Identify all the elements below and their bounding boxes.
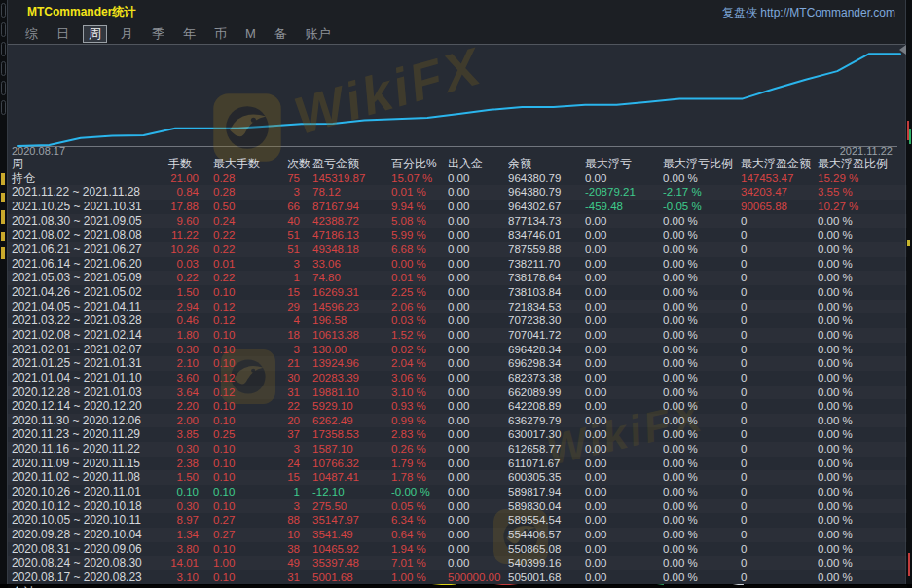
table-cell: 3541.49 xyxy=(312,528,391,542)
column-header[interactable]: 盈亏金额 xyxy=(312,157,391,171)
table-cell: 0.00 xyxy=(585,214,663,229)
table-cell: 0 xyxy=(741,257,818,272)
table-row[interactable]: 2021.11.22 ~ 2021.11.280.840.28378.120.0… xyxy=(8,185,907,200)
table-row[interactable]: 2020.11.02 ~ 2020.11.081.500.101510487.4… xyxy=(8,470,907,485)
table-cell: 2.25 % xyxy=(391,285,448,300)
table-cell: 0.30 xyxy=(166,343,213,357)
column-header[interactable]: 最大手数 xyxy=(213,157,285,171)
column-header[interactable]: 最大浮盈比例 xyxy=(818,157,907,171)
table-cell: 2020.10.12 ~ 2020.10.18 xyxy=(8,499,166,514)
table-cell: 0.00 xyxy=(585,513,663,528)
table-cell: 834746.01 xyxy=(508,228,585,242)
table-cell: 0.03 xyxy=(166,257,213,272)
menu-item-月[interactable]: 月 xyxy=(116,26,138,42)
table-cell: 0.10 xyxy=(213,399,285,414)
menu-item-综[interactable]: 综 xyxy=(20,26,43,42)
table-cell: 35397.48 xyxy=(312,556,391,570)
table-row[interactable]: 2020.11.23 ~ 2020.11.293.850.253717358.5… xyxy=(8,427,907,442)
table-cell: 0.10 xyxy=(213,356,285,371)
table-row[interactable]: 2021.08.30 ~ 2021.09.059.600.244042388.7… xyxy=(8,214,907,229)
table-cell: 4 xyxy=(285,313,312,328)
table-cell: 2.00 xyxy=(166,414,213,428)
table-cell: 0.00 % xyxy=(818,300,907,314)
column-header[interactable]: 最大浮盈金额 xyxy=(741,157,818,171)
table-cell: 0 xyxy=(741,457,818,471)
table-cell: 0.00 xyxy=(448,513,508,528)
table-cell: 0.00 xyxy=(585,242,663,257)
table-row[interactable]: 2020.08.17 ~ 2020.08.233.100.10315001.68… xyxy=(8,570,907,585)
table-row[interactable]: 2020.11.16 ~ 2020.11.220.300.1031587.100… xyxy=(8,442,907,457)
table-cell: 0.00 % xyxy=(663,399,741,414)
table-row[interactable]: 2021.10.25 ~ 2021.10.3117.880.506687167.… xyxy=(8,200,907,214)
table-cell: 0.93 % xyxy=(391,399,448,414)
table-row[interactable]: 2021.06.14 ~ 2021.06.200.030.01333.060.0… xyxy=(8,257,907,272)
table-row[interactable]: 2021.06.21 ~ 2021.06.2710.260.225149348.… xyxy=(8,242,907,257)
menu-item-备[interactable]: 备 xyxy=(270,26,292,42)
table-row[interactable]: 持仓21.000.2875145319.8715.07 %0.00964380.… xyxy=(8,171,907,186)
table-row[interactable]: 2021.03.22 ~ 2021.03.280.460.124196.580.… xyxy=(8,313,907,328)
table-row[interactable]: 2021.01.04 ~ 2021.01.103.600.123020283.3… xyxy=(8,371,907,386)
table-cell: 5.08 % xyxy=(391,214,448,229)
menu-item-日[interactable]: 日 xyxy=(52,26,74,42)
table-row[interactable]: 2020.11.30 ~ 2020.12.062.000.10206262.49… xyxy=(8,414,907,428)
table-row[interactable]: 2020.11.09 ~ 2020.11.152.380.102410766.3… xyxy=(8,457,907,471)
table-cell: 0.00 % xyxy=(663,214,741,229)
table-cell: 2021.02.01 ~ 2021.02.07 xyxy=(8,343,166,357)
brand-link[interactable]: 复盘侠 http://MTCommander.com xyxy=(722,5,895,21)
table-row[interactable]: 2021.01.25 ~ 2021.01.312.100.102113924.9… xyxy=(8,356,907,371)
menu-item-币[interactable]: 币 xyxy=(209,26,232,42)
table-row[interactable]: 2020.08.31 ~ 2020.09.063.800.103810465.9… xyxy=(8,542,907,557)
table-cell: 0.00 xyxy=(448,528,508,542)
table-cell: 0.00 xyxy=(448,356,508,371)
table-cell: 42388.72 xyxy=(312,214,391,229)
menu-item-周[interactable]: 周 xyxy=(83,25,107,43)
table-row[interactable]: 2021.04.26 ~ 2021.05.021.500.101516269.3… xyxy=(8,285,907,300)
table-row[interactable]: 2020.08.24 ~ 2020.08.3014.011.004935397.… xyxy=(8,556,907,570)
table-cell: 0.10 xyxy=(213,442,285,457)
table-row[interactable]: 2021.05.03 ~ 2021.05.090.220.22174.800.0… xyxy=(8,271,907,285)
table-cell: 3 xyxy=(285,343,312,357)
table-cell: 2020.11.09 ~ 2020.11.15 xyxy=(8,457,166,471)
table-cell: 2.83 % xyxy=(391,427,448,442)
table-cell: 964380.79 xyxy=(508,185,585,200)
table-row[interactable]: 2020.12.28 ~ 2021.01.033.640.123119881.1… xyxy=(8,386,907,400)
table-cell: 1.79 % xyxy=(391,457,448,471)
column-header[interactable]: 最大浮亏 xyxy=(585,157,663,171)
column-header[interactable]: 百分比% xyxy=(391,157,448,171)
table-cell: 738178.64 xyxy=(508,271,585,285)
scroll-arrow-icon[interactable] xyxy=(899,45,906,55)
table-row[interactable]: 2020.10.26 ~ 2020.11.010.100.101-12.10-0… xyxy=(8,485,907,499)
table-cell: 0.00 xyxy=(585,427,663,442)
column-header[interactable]: 最大浮亏比例 xyxy=(663,157,741,171)
table-cell: -459.48 xyxy=(585,200,663,214)
menu-item-M[interactable]: M xyxy=(240,26,261,42)
table-row[interactable]: 2021.02.08 ~ 2021.02.141.800.101810613.3… xyxy=(8,328,907,343)
menu-item-账户[interactable]: 账户 xyxy=(301,26,336,42)
table-row[interactable]: 2020.09.28 ~ 2020.10.041.340.27103541.49… xyxy=(8,528,907,542)
table-cell: 2020.08.24 ~ 2020.08.30 xyxy=(8,556,166,570)
table-cell: 3.85 xyxy=(166,427,213,442)
table-cell: 74.80 xyxy=(312,271,391,285)
table-cell: 0.00 xyxy=(585,171,663,186)
table-cell: 14.01 xyxy=(166,556,213,570)
column-header[interactable]: 手数 xyxy=(166,157,213,171)
table-cell: 3 xyxy=(285,442,312,457)
column-header[interactable]: 余额 xyxy=(508,157,585,171)
column-header[interactable]: 出入金 xyxy=(448,157,508,171)
table-row[interactable]: 2021.08.02 ~ 2021.08.0811.220.225147186.… xyxy=(8,228,907,242)
table-cell: 18 xyxy=(285,328,312,343)
table-cell: 0.00 % xyxy=(818,470,907,485)
table-cell: 0.00 % xyxy=(818,242,907,257)
table-row[interactable]: 2020.10.12 ~ 2020.10.180.300.103275.500.… xyxy=(8,499,907,514)
column-header[interactable]: 次数 xyxy=(285,157,312,171)
table-row[interactable]: 2021.02.01 ~ 2021.02.070.300.103130.000.… xyxy=(8,343,907,357)
column-header[interactable]: 周 xyxy=(8,157,166,171)
menu-item-年[interactable]: 年 xyxy=(178,26,201,42)
table-row[interactable]: 2020.12.14 ~ 2020.12.202.200.10225929.10… xyxy=(8,399,907,414)
table-cell: 24 xyxy=(285,457,312,471)
table-row[interactable]: 2021.04.05 ~ 2021.04.112.940.122914596.2… xyxy=(8,300,907,314)
table-row[interactable]: 2020.10.05 ~ 2020.10.118.970.278835147.9… xyxy=(8,513,907,528)
table-cell: 738103.84 xyxy=(508,285,585,300)
menu-item-季[interactable]: 季 xyxy=(147,26,169,42)
table-cell: 0 xyxy=(741,470,818,485)
